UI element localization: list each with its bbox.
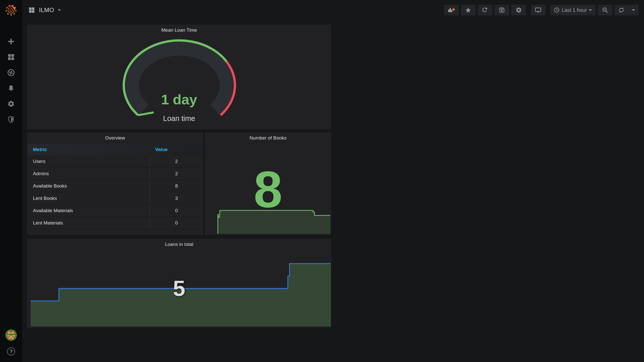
user-avatar[interactable] — [5, 329, 17, 341]
gauge-value: 1 day — [27, 91, 331, 108]
clock-icon — [554, 7, 560, 13]
refresh-interval-button[interactable] — [628, 5, 638, 15]
sidebar-item-dashboards[interactable] — [0, 49, 22, 65]
panel-overview: Overview Metric Value Users2Admins2Avail… — [27, 132, 203, 235]
value-cell: 8 — [150, 180, 203, 192]
time-picker-button[interactable]: Last 1 hour — [550, 5, 595, 15]
sidebar-item-server-admin[interactable] — [0, 112, 22, 127]
refresh-button[interactable] — [615, 5, 628, 15]
help-button[interactable]: ? — [7, 347, 15, 355]
star-icon — [465, 7, 471, 13]
monitor-icon — [535, 7, 542, 14]
table-row: Lent Materials0 — [27, 217, 203, 229]
refresh-icon — [618, 7, 625, 13]
chevron-down-icon — [58, 9, 61, 11]
metric-cell: Lent Books — [27, 196, 150, 201]
share-icon — [482, 7, 488, 13]
grafana-logo[interactable] — [0, 0, 22, 20]
sidebar: ? — [0, 0, 22, 362]
navbar-actions: Last 1 hour — [444, 5, 644, 15]
navbar: ILMO — [22, 0, 644, 20]
save-icon — [499, 7, 505, 13]
time-range-label: Last 1 hour — [562, 7, 587, 13]
metric-cell: Available Materials — [27, 208, 150, 213]
dashboard-title: ILMO — [39, 7, 54, 14]
column-header-value[interactable]: Value — [150, 147, 203, 152]
table-header-row: Metric Value — [27, 144, 203, 155]
metric-cell: Users — [27, 159, 150, 164]
sidebar-item-create[interactable] — [0, 34, 22, 49]
zoom-out-button[interactable] — [598, 5, 612, 15]
sidebar-nav — [0, 34, 22, 127]
gauge-chart — [27, 25, 331, 129]
chevron-down-icon — [632, 9, 635, 11]
panel-loans-in-total: Loans in total 5 — [27, 239, 331, 328]
gear-icon — [7, 100, 15, 108]
refresh-button-group — [615, 5, 638, 15]
dashboards-grid-icon — [7, 53, 15, 61]
table-row: Available Books8 — [27, 180, 203, 192]
panel-mean-loan-time: Mean Loan Time 1 day Loan time — [27, 25, 331, 129]
add-panel-button[interactable] — [444, 5, 459, 15]
gauge-metric-label: Loan time — [27, 114, 331, 123]
overview-table: Metric Value Users2Admins2Available Book… — [27, 144, 203, 229]
shield-icon — [7, 116, 15, 123]
column-header-metric[interactable]: Metric — [27, 147, 150, 152]
add-panel-icon — [448, 6, 455, 14]
table-row: Available Materials0 — [27, 205, 203, 217]
sidebar-item-alerting[interactable] — [0, 80, 22, 96]
bell-icon — [7, 84, 15, 92]
favorite-button[interactable] — [461, 5, 475, 15]
panel-title[interactable]: Overview — [27, 135, 203, 141]
sidebar-item-configuration[interactable] — [0, 96, 22, 112]
gear-icon — [515, 7, 522, 13]
panel-title[interactable]: Mean Loan Time — [27, 27, 331, 33]
value-cell: 2 — [150, 155, 203, 167]
grafana-logo-icon — [3, 2, 19, 18]
plus-icon — [7, 38, 15, 45]
compass-icon — [7, 69, 15, 77]
table-row: Admins2 — [27, 168, 203, 180]
metric-cell: Admins — [27, 171, 150, 176]
cycle-view-mode-button[interactable] — [531, 5, 545, 15]
zoom-out-icon — [602, 7, 608, 13]
metric-cell: Lent Materials — [27, 220, 150, 226]
dashboard-settings-button[interactable] — [511, 5, 526, 15]
table-row: Lent Books3 — [27, 192, 203, 205]
save-button[interactable] — [495, 5, 509, 15]
share-button[interactable] — [478, 5, 492, 15]
dashboard-grid-icon — [28, 7, 35, 14]
value-cell: 3 — [150, 192, 203, 204]
overview-table-body: Users2Admins2Available Books8Lent Books3… — [27, 155, 203, 229]
stat-value-loans: 5 — [27, 277, 331, 299]
sidebar-item-explore[interactable] — [0, 65, 22, 80]
dashboard-title-button[interactable]: ILMO — [22, 7, 61, 14]
panel-title[interactable]: Number of Books — [205, 135, 331, 141]
metric-cell: Available Books — [27, 183, 150, 189]
help-label: ? — [10, 349, 13, 354]
panel-title[interactable]: Loans in total — [27, 242, 331, 247]
panel-number-of-books: Number of Books 8 — [205, 132, 331, 235]
value-cell: 0 — [150, 205, 203, 216]
value-cell: 2 — [150, 168, 203, 179]
value-cell: 0 — [150, 217, 203, 229]
stat-value-books: 8 — [205, 163, 331, 215]
avatar-image — [5, 329, 17, 341]
chevron-down-icon — [589, 9, 592, 11]
sidebar-bottom: ? — [0, 329, 22, 355]
table-row: Users2 — [27, 155, 203, 168]
